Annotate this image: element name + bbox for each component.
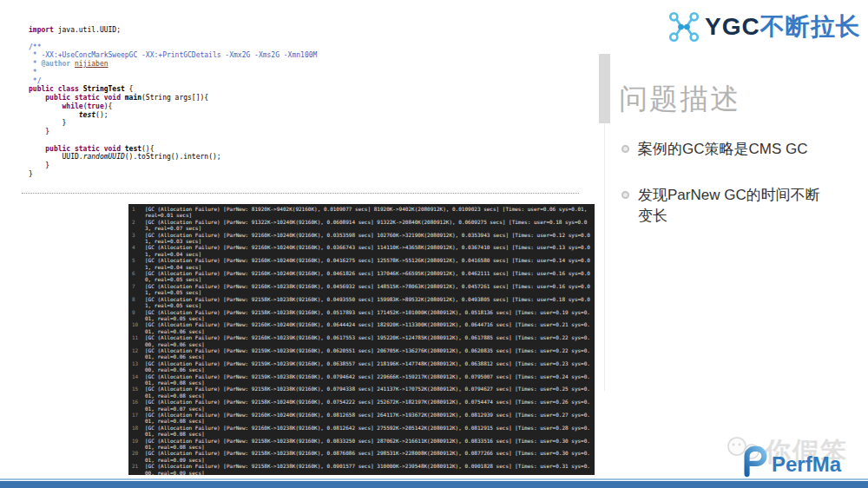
code-line: /** <box>29 43 575 52</box>
gc-log-text: [GC (Allocation Failure) [ParNew: 81920K… <box>140 206 593 219</box>
gc-log-text: [GC (Allocation Failure) [ParNew: 92158K… <box>140 296 593 309</box>
gc-log-row: 9[GC (Allocation Failure) [ParNew: 92158… <box>128 309 593 322</box>
line-number: 14 <box>128 373 140 386</box>
line-number: 9 <box>128 309 140 322</box>
gc-log-terminal: 1[GC (Allocation Failure) [ParNew: 81920… <box>128 204 595 475</box>
code-line: public static void test(){ <box>29 145 575 154</box>
code-token: * <box>29 69 37 76</box>
code-line: * -XX:+UseConcMarkSweepGC -XX:+PrintGCDe… <box>29 51 575 60</box>
code-token: true <box>87 102 103 110</box>
perfma-logo-text: PerfMa <box>772 452 841 477</box>
gc-log-text: [GC (Allocation Failure) [ParNew: 92158K… <box>140 386 593 399</box>
bottom-accent-line <box>0 478 868 480</box>
code-token: public static void <box>45 145 125 153</box>
gc-log-text: [GC (Allocation Failure) [ParNew: 92160K… <box>140 257 593 270</box>
code-line: test(); <box>29 111 575 120</box>
line-number: 12 <box>128 347 140 360</box>
code-token: } <box>29 170 33 178</box>
code-token: } <box>29 128 49 135</box>
gc-log-row: 20[GC (Allocation Failure) [ParNew: 9215… <box>128 450 593 463</box>
code-token: test <box>79 111 95 119</box>
gc-log-row: 19[GC (Allocation Failure) [ParNew: 9215… <box>128 438 593 451</box>
gc-log-row: 12[GC (Allocation Failure) [ParNew: 9215… <box>128 347 593 360</box>
gc-log-text: [GC (Allocation Failure) [ParNew: 92159K… <box>140 360 593 373</box>
bullet-marker-icon <box>621 145 629 153</box>
gc-log-text: [GC (Allocation Failure) [ParNew: 92160K… <box>140 283 593 296</box>
brand-title-primary: YGC <box>705 13 760 40</box>
author-link[interactable]: nijiaben <box>75 60 108 68</box>
dotted-separator <box>22 193 579 194</box>
code-token: } <box>29 162 49 169</box>
gc-log-text: [GC (Allocation Failure) [ParNew: 91322K… <box>140 219 593 232</box>
code-token: (String args[]){ <box>141 94 208 102</box>
gc-log-text: [GC (Allocation Failure) [ParNew: 92160K… <box>140 425 593 438</box>
line-number: 21 <box>128 463 140 475</box>
code-token: test <box>125 145 141 153</box>
line-number: 15 <box>128 386 140 399</box>
code-token: */ <box>29 77 41 85</box>
gc-log-row: 13[GC (Allocation Failure) [ParNew: 9215… <box>128 360 593 373</box>
gc-log-text: [GC (Allocation Failure) [ParNew: 92160K… <box>140 270 593 283</box>
code-line: import java.util.UUID; <box>29 26 575 35</box>
gc-log-row: 7[GC (Allocation Failure) [ParNew: 92160… <box>128 283 593 296</box>
code-line: } <box>29 128 575 136</box>
gc-log-row: 2[GC (Allocation Failure) [ParNew: 91322… <box>128 219 593 232</box>
gc-log-row: 14[GC (Allocation Failure) [ParNew: 9215… <box>128 373 593 386</box>
watermark: 你假笨 PerfMa <box>725 432 864 479</box>
code-line: public class StringTest { <box>29 85 575 94</box>
scrollbar-thumb[interactable] <box>599 54 610 123</box>
line-number: 10 <box>128 321 140 334</box>
line-number: 5 <box>128 257 140 270</box>
gc-log-text: [GC (Allocation Failure) [ParNew: 92158K… <box>140 463 593 475</box>
bullet-marker-icon <box>621 191 629 199</box>
code-line: public static void main(String args[]){ <box>29 94 575 102</box>
line-number: 2 <box>128 219 140 232</box>
gc-log-row: 1[GC (Allocation Failure) [ParNew: 81920… <box>128 206 593 219</box>
brand-title-secondary: 不断拉长 <box>760 13 861 40</box>
gc-log-row: 8[GC (Allocation Failure) [ParNew: 92158… <box>128 296 593 309</box>
perfma-logo: PerfMa <box>740 445 841 478</box>
code-token: UUID. <box>29 153 83 161</box>
line-number: 6 <box>128 270 140 283</box>
gc-log-text: [GC (Allocation Failure) [ParNew: 92159K… <box>140 347 593 360</box>
code-line: } <box>29 119 575 128</box>
gc-log-row: 10[GC (Allocation Failure) [ParNew: 9216… <box>128 321 593 334</box>
code-token <box>29 94 45 102</box>
brand-title: YGC不断拉长 <box>705 10 861 43</box>
line-number: 4 <box>128 244 140 257</box>
code-line <box>29 136 575 145</box>
code-token: } <box>29 119 66 127</box>
code-token: (); <box>95 111 108 119</box>
gc-log-text: [GC (Allocation Failure) [ParNew: 92160K… <box>140 321 593 334</box>
bottom-bar <box>0 481 868 488</box>
gc-log-row: 4[GC (Allocation Failure) [ParNew: 92160… <box>128 244 593 257</box>
code-token <box>29 145 45 153</box>
line-number: 18 <box>128 425 140 438</box>
code-line: */ <box>29 77 575 86</box>
code-line: UUID.randomUUID().toString().intern(); <box>29 153 575 162</box>
gc-log-text: [GC (Allocation Failure) [ParNew: 92160K… <box>140 412 593 425</box>
gc-log-row: 5[GC (Allocation Failure) [ParNew: 92160… <box>128 257 593 270</box>
gc-log-row: 17[GC (Allocation Failure) [ParNew: 9216… <box>128 412 593 425</box>
code-token: * -XX:+UseConcMarkSweepGC -XX:+PrintGCDe… <box>29 51 317 59</box>
code-line: * @author nijiaben <box>29 60 575 69</box>
code-token: main <box>125 94 141 102</box>
line-number: 7 <box>128 283 140 296</box>
gc-log-row: 3[GC (Allocation Failure) [ParNew: 92160… <box>128 232 593 245</box>
code-line <box>29 35 575 43</box>
slide: { "brand": { "name_primary": "YGC", "nam… <box>0 0 868 488</box>
code-token: /** <box>29 43 41 51</box>
code-token: randomUUID <box>83 153 125 161</box>
gc-log-text: [GC (Allocation Failure) [ParNew: 92158K… <box>140 450 593 463</box>
gc-log-text: [GC (Allocation Failure) [ParNew: 92159K… <box>140 373 593 386</box>
gc-log-text: [GC (Allocation Failure) [ParNew: 92158K… <box>140 399 593 412</box>
code-token: @author <box>41 60 75 68</box>
gc-log-row: 11[GC (Allocation Failure) [ParNew: 9216… <box>128 334 593 347</box>
gc-log-text: [GC (Allocation Failure) [ParNew: 92160K… <box>140 244 593 257</box>
code-token: (){ <box>141 145 154 153</box>
line-number: 19 <box>128 438 140 451</box>
line-number: 3 <box>128 232 140 245</box>
code-token: while <box>62 102 83 110</box>
gc-log-row: 15[GC (Allocation Failure) [ParNew: 9215… <box>128 386 593 399</box>
code-line: } <box>29 162 575 170</box>
